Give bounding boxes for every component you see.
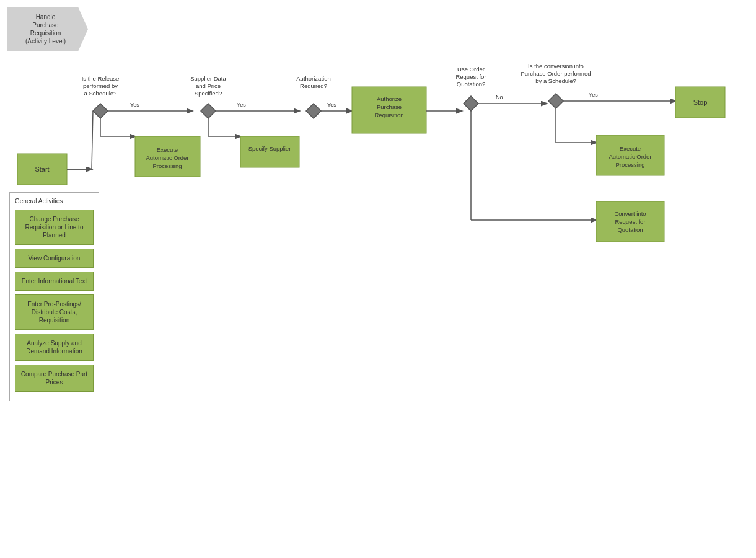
decision4-text1: Use Order (457, 66, 485, 73)
convert-rfq-label1: Convert into (614, 210, 646, 217)
stop-label: Stop (693, 99, 708, 106)
decision2-text1: Supplier Data (190, 75, 226, 82)
svg-text:Processing: Processing (153, 162, 182, 169)
yes2-label: Yes (237, 102, 246, 108)
yes1-label: Yes (130, 102, 139, 108)
decision5-node (548, 94, 563, 108)
svg-text:Automatic Order: Automatic Order (609, 153, 651, 160)
svg-text:Quotation: Quotation (617, 226, 643, 233)
svg-text:Processing: Processing (616, 161, 645, 168)
svg-text:and Price: and Price (196, 82, 221, 89)
yes3-label: Yes (327, 102, 336, 108)
decision3-text1: Authorization (296, 75, 330, 82)
decision4-node (464, 96, 478, 111)
svg-text:a Schedule?: a Schedule? (84, 90, 117, 97)
svg-text:Request for: Request for (455, 73, 486, 80)
decision2-node (201, 104, 216, 118)
svg-text:Automatic Order: Automatic Order (146, 154, 188, 161)
decision3-node (306, 104, 321, 118)
specify-supplier-box[interactable] (240, 136, 299, 167)
svg-text:Request for: Request for (615, 218, 645, 225)
no4-label: No (496, 94, 503, 100)
decision5-text1: Is the conversion into (528, 63, 584, 69)
svg-text:performed by: performed by (83, 82, 118, 89)
diagram-svg: Start Is the Release performed by a Sche… (0, 0, 756, 558)
svg-text:Required?: Required? (300, 82, 327, 89)
authorize-pr-label1: Authorize (377, 95, 402, 102)
svg-line-31 (92, 111, 93, 169)
decision1-node (93, 104, 108, 118)
svg-text:Quotation?: Quotation? (457, 81, 485, 87)
start-label: Start (35, 166, 49, 173)
svg-text:Requisition: Requisition (375, 112, 404, 118)
yes5-label: Yes (589, 92, 598, 98)
svg-text:Specified?: Specified? (195, 90, 222, 97)
svg-text:Purchase: Purchase (377, 104, 402, 110)
execute-auto1-label1: Execute (157, 146, 178, 153)
svg-text:by a Schedule?: by a Schedule? (535, 78, 576, 84)
execute-auto2-label1: Execute (620, 145, 641, 152)
decision1-text: Is the Release (82, 75, 120, 82)
svg-text:Purchase Order performed: Purchase Order performed (521, 70, 591, 77)
specify-supplier-label1: Specify Supplier (248, 145, 291, 152)
